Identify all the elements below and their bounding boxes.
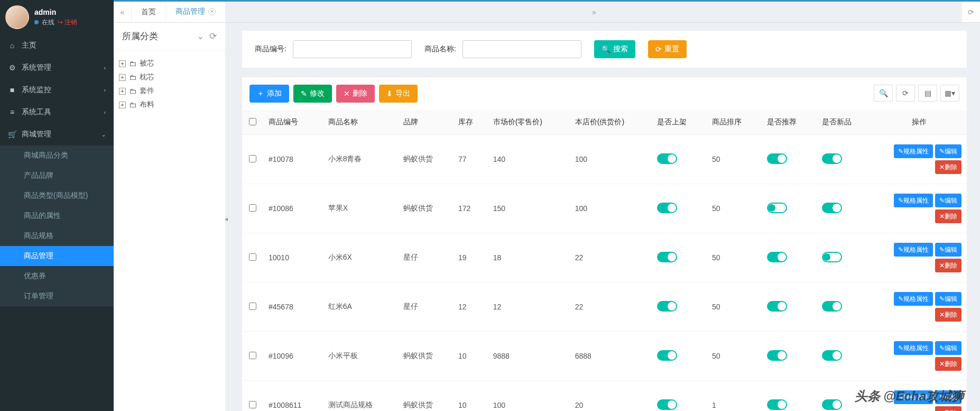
tool-refresh[interactable]: ⟳	[896, 85, 915, 102]
tree-item[interactable]: +🗀布料	[119, 98, 220, 112]
row-edit-button[interactable]: ✎编辑	[935, 292, 961, 306]
row-delete-button[interactable]: ✕删除	[935, 209, 961, 223]
tree-item[interactable]: +🗀被芯	[119, 57, 220, 70]
row-edit-button[interactable]: ✎编辑	[935, 144, 961, 158]
th-code[interactable]: 商品编号	[263, 110, 323, 135]
toggle-switch[interactable]	[767, 203, 787, 213]
th-rec[interactable]: 是否推荐	[762, 110, 817, 135]
toggle-switch[interactable]	[822, 252, 842, 262]
delete-button[interactable]: ✕删除	[336, 85, 375, 103]
expand-icon[interactable]: +	[119, 74, 126, 81]
logout-link[interactable]: ↪ 注销	[58, 18, 77, 27]
expand-icon[interactable]: +	[119, 60, 126, 67]
toggle-switch[interactable]	[657, 203, 677, 213]
row-edit-button[interactable]: ✎编辑	[935, 390, 961, 404]
tab-scroll-right[interactable]: »	[226, 2, 962, 22]
spec-button[interactable]: ✎规格属性	[894, 243, 933, 257]
toggle-switch[interactable]	[822, 350, 842, 361]
avatar[interactable]	[5, 5, 29, 29]
tab-scroll-left[interactable]: «	[114, 2, 132, 22]
toggle-switch[interactable]	[657, 301, 677, 312]
toggle-switch[interactable]	[767, 350, 787, 361]
row-edit-button[interactable]: ✎编辑	[935, 194, 961, 207]
toggle-switch[interactable]	[822, 153, 842, 164]
row-delete-button[interactable]: ✕删除	[935, 357, 961, 371]
reset-button[interactable]: ⟳重置	[648, 40, 687, 58]
th-name[interactable]: 商品名称	[323, 110, 398, 135]
toggle-switch[interactable]	[767, 252, 787, 262]
toggle-switch[interactable]	[822, 301, 842, 312]
th-store[interactable]: 本店价(供货价)	[570, 110, 652, 135]
toggle-switch[interactable]	[657, 153, 677, 164]
toggle-switch[interactable]	[657, 399, 677, 410]
th-market[interactable]: 市场价(零售价)	[488, 110, 570, 135]
nav-sub-attr[interactable]: 商品的属性	[0, 206, 114, 226]
row-delete-button[interactable]: ✕删除	[935, 406, 961, 411]
row-checkbox[interactable]	[249, 155, 256, 162]
tab-home[interactable]: 首页	[132, 2, 166, 22]
nav-sub-type[interactable]: 商品类型(商品模型)	[0, 186, 114, 206]
expand-icon[interactable]: +	[119, 88, 126, 95]
edit-button[interactable]: ✎修改	[293, 85, 332, 103]
spec-button[interactable]: ✎规格属性	[894, 390, 933, 404]
nav-sub-brand[interactable]: 产品品牌	[0, 166, 114, 186]
th-stock[interactable]: 库存	[453, 110, 488, 135]
tab-refresh[interactable]: ⟳	[962, 2, 980, 22]
nav-sub-spec[interactable]: 商品规格	[0, 226, 114, 246]
refresh-icon[interactable]: ⟳	[209, 31, 217, 42]
tool-columns[interactable]: ▤	[918, 85, 937, 102]
th-sort[interactable]: 商品排序	[707, 110, 762, 135]
tab-manage[interactable]: 商品管理 ✕	[166, 2, 226, 22]
row-delete-button[interactable]: ✕删除	[935, 160, 961, 174]
toggle-switch[interactable]	[767, 399, 787, 410]
row-delete-button[interactable]: ✕删除	[935, 259, 961, 272]
spec-button[interactable]: ✎规格属性	[894, 292, 933, 306]
panel-divider[interactable]	[226, 23, 229, 411]
th-listed[interactable]: 是否上架	[652, 110, 707, 135]
nav-sub-category[interactable]: 商城商品分类	[0, 145, 114, 166]
nav-home[interactable]: ⌂ 主页	[0, 34, 114, 57]
cell-name: 小米平板	[323, 332, 398, 381]
expand-icon[interactable]: +	[119, 102, 126, 108]
spec-button[interactable]: ✎规格属性	[894, 144, 933, 158]
nav-mall[interactable]: 🛒 商城管理 ⌄	[0, 123, 114, 145]
th-new[interactable]: 是否新品	[817, 110, 872, 135]
name-input[interactable]	[463, 40, 581, 58]
main: « 首页 商品管理 ✕ » ⟳ 所属分类 ⌄ ⟳ +🗀被芯	[114, 0, 980, 411]
toggle-switch[interactable]	[767, 153, 787, 164]
add-button[interactable]: ＋添加	[249, 85, 289, 103]
row-checkbox[interactable]	[249, 253, 256, 261]
nav-system[interactable]: ⚙ 系统管理 ‹	[0, 57, 114, 79]
row-checkbox[interactable]	[249, 204, 256, 212]
th-brand[interactable]: 品牌	[398, 110, 453, 135]
spec-button[interactable]: ✎规格属性	[894, 341, 933, 355]
nav-sub-order[interactable]: 订单管理	[0, 286, 114, 306]
code-input[interactable]	[293, 40, 412, 58]
row-delete-button[interactable]: ✕删除	[935, 308, 961, 322]
nav-sub-coupon[interactable]: 优惠券	[0, 266, 114, 286]
row-edit-button[interactable]: ✎编辑	[935, 243, 961, 257]
nav-tools[interactable]: ≡ 系统工具 ‹	[0, 101, 114, 123]
nav-monitor[interactable]: ■ 系统监控 ‹	[0, 79, 114, 101]
tool-grid[interactable]: ▦▾	[940, 85, 959, 102]
category-panel: 所属分类 ⌄ ⟳ +🗀被芯 +🗀枕芯 +🗀套件 +🗀布料	[114, 23, 226, 411]
toggle-switch[interactable]	[822, 399, 842, 410]
export-button[interactable]: ⬇导出	[379, 85, 418, 103]
search-button[interactable]: 🔍搜索	[594, 40, 635, 58]
toggle-switch[interactable]	[767, 301, 787, 312]
tool-search[interactable]: 🔍	[874, 85, 893, 102]
spec-button[interactable]: ✎规格属性	[894, 194, 933, 207]
collapse-icon[interactable]: ⌄	[197, 31, 204, 42]
row-checkbox[interactable]	[249, 401, 256, 408]
row-edit-button[interactable]: ✎编辑	[935, 341, 961, 355]
tab-close-icon[interactable]: ✕	[208, 8, 216, 15]
toggle-switch[interactable]	[822, 203, 842, 213]
row-checkbox[interactable]	[249, 303, 256, 310]
nav-sub-manage[interactable]: 商品管理	[0, 246, 114, 266]
select-all-checkbox[interactable]	[249, 118, 256, 125]
tree-item[interactable]: +🗀套件	[119, 84, 220, 98]
row-checkbox[interactable]	[249, 352, 256, 359]
toggle-switch[interactable]	[657, 252, 677, 262]
toggle-switch[interactable]	[657, 350, 677, 361]
tree-item[interactable]: +🗀枕芯	[119, 70, 220, 84]
